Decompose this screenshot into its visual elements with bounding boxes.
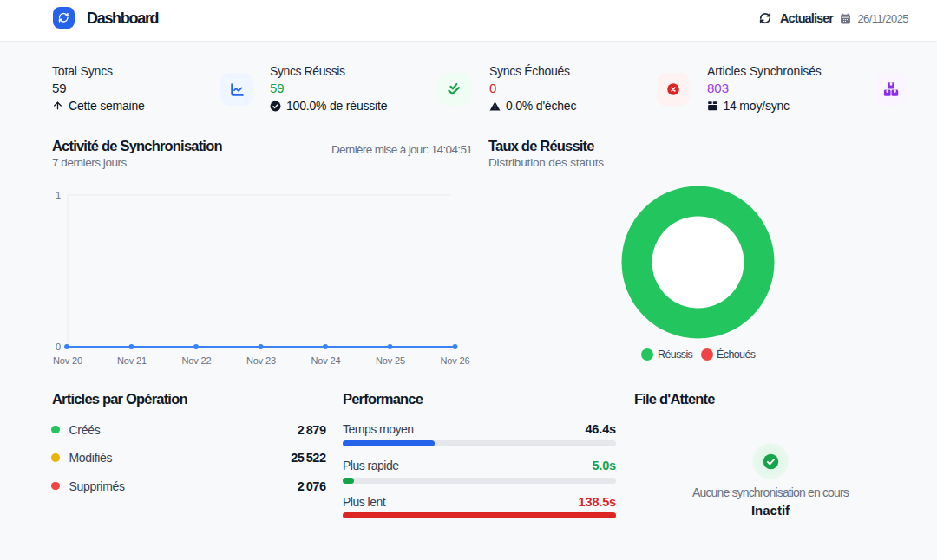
svg-text:Nov 26: Nov 26 — [441, 355, 470, 366]
svg-text:1: 1 — [56, 190, 61, 200]
svg-text:Nov 22: Nov 22 — [182, 355, 212, 366]
svg-text:Nov 21: Nov 21 — [117, 355, 147, 366]
svg-text:0: 0 — [56, 342, 61, 352]
svg-text:Nov 24: Nov 24 — [311, 355, 341, 366]
svg-text:Nov 23: Nov 23 — [246, 355, 276, 366]
svg-text:Nov 20: Nov 20 — [53, 355, 82, 366]
svg-text:Nov 25: Nov 25 — [376, 355, 405, 366]
